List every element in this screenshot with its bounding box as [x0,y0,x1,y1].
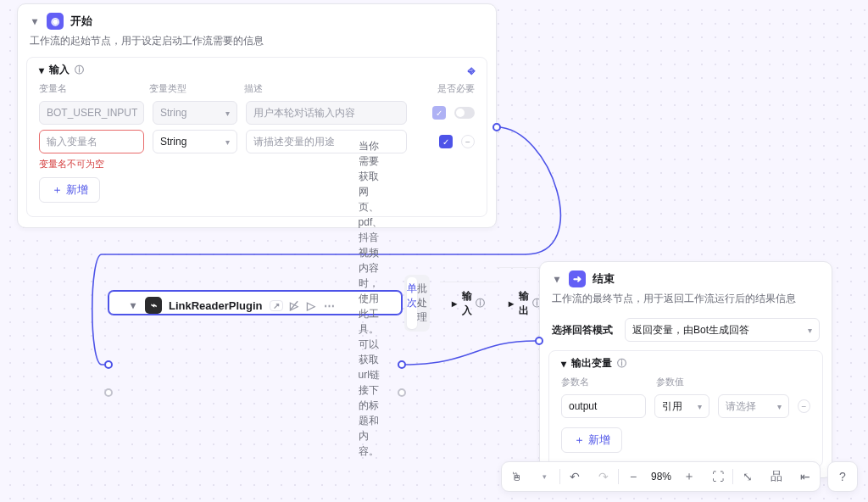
collapse-button[interactable]: ⤡ [733,461,762,492]
delete-row-button[interactable]: − [798,399,810,413]
input-port[interactable] [104,388,113,397]
plugin-node[interactable]: ▾ ⌁ LinkReaderPlugin ↗ ▷̸ ▷ ⋯ 当你需要获取网页、p… [108,291,402,315]
value-select[interactable]: 请选择▾ [718,394,789,418]
var-type-select: String▾ [153,101,237,125]
output-port[interactable] [398,388,406,397]
output-row: output 引用▾ 请选择▾ − [549,392,822,421]
undo-button[interactable]: ↶ [560,461,589,492]
error-message: 变量名不可为空 [27,156,487,170]
col-name: 变量名 [39,82,149,95]
plugin-desc: 当你需要获取网页、pdf、抖音视频内容时，使用此工具。可以获取url链接下的标题… [347,138,395,467]
chevron-down-icon[interactable]: ▾ [531,461,559,492]
end-subtitle: 工作流的最终节点，用于返回工作流运行后的结果信息 [540,291,832,315]
required-checkbox: ✓ [432,106,446,120]
link-badge-icon: ↗ [270,300,283,311]
info-icon[interactable]: ⓘ [617,357,626,370]
align-button[interactable]: ⇤ [791,461,820,492]
col-desc: 描述 [244,82,409,95]
var-desc-input: 用户本轮对话输入内容 [246,101,407,125]
input-port[interactable] [104,360,113,369]
input-port[interactable] [535,337,543,345]
zoom-out-button[interactable]: − [619,461,648,492]
required-checkbox[interactable]: ✓ [439,135,453,148]
zoom-level: 98% [648,471,675,482]
fit-view-button[interactable]: ⛶ [704,461,732,492]
start-icon: ◉ [47,13,64,30]
toggle [454,107,475,119]
tab-once[interactable]: 单次 [407,277,417,329]
mode-select[interactable]: 返回变量，由Bot生成回答▾ [625,318,820,342]
info-icon[interactable]: ⓘ [75,64,84,76]
ref-select[interactable]: 引用▾ [654,394,709,418]
start-node[interactable]: ▾ ◉ 开始 工作流的起始节点，用于设定启动工作流需要的信息 ▾ 输入 ⓘ ⎆ … [17,3,497,228]
input-section-title: 输入 [49,63,70,77]
add-row-button[interactable]: ＋ 新增 [39,177,100,203]
mode-label: 选择回答模式 [552,323,613,337]
col-param-value: 参数值 [656,376,684,388]
var-type-select[interactable]: String▾ [153,130,237,153]
layout-button[interactable]: 品 [762,461,791,492]
info-icon[interactable]: ⓘ [476,297,485,310]
collapse-icon[interactable]: ▾ [30,15,40,27]
output-port[interactable] [492,123,501,131]
start-subtitle: 工作流的起始节点，用于设定启动工作流需要的信息 [18,33,496,57]
var-name-input: BOT_USER_INPUT [39,101,144,125]
col-required: 是否必要 [437,82,475,95]
output-section-title: 输出变量 [571,356,612,371]
import-icon[interactable]: ⎆ [468,64,475,77]
end-node[interactable]: ▾ ➜ 结束 工作流的最终节点，用于返回工作流运行后的结果信息 选择回答模式 返… [539,261,832,478]
input-section[interactable]: ▸ 输入 ⓘ [440,282,497,325]
redo-button[interactable]: ↷ [589,461,618,492]
play-icon[interactable]: ▷ [307,299,315,312]
input-row-locked: BOT_USER_INPUT String▾ 用户本轮对话输入内容 ✓ [27,98,487,127]
canvas-toolbar: 🖱 ▾ ↶ ↷ − 98% ＋ ⛶ ⤡ 品 ⇤ ? [501,461,858,492]
mode-tabs: 单次 批处理 [404,275,430,332]
output-port[interactable] [398,360,406,369]
skip-icon[interactable]: ▷̸ [290,299,298,312]
collapse-icon[interactable]: ▾ [561,358,566,370]
zoom-in-button[interactable]: ＋ [675,461,704,492]
collapse-icon[interactable]: ▾ [39,64,44,76]
add-row-button[interactable]: ＋ 新增 [561,427,622,453]
mouse-mode-button[interactable]: 🖱 [502,461,531,492]
plugin-title: LinkReaderPlugin [169,299,263,312]
more-icon[interactable]: ⋯ [324,299,335,312]
tab-batch[interactable]: 批处理 [417,277,427,329]
end-title: 结束 [593,271,615,287]
plugin-icon: ⌁ [145,297,162,314]
param-name-input[interactable]: output [561,394,646,418]
var-name-input[interactable]: 输入变量名 [39,130,144,153]
help-button[interactable]: ? [828,461,857,492]
col-type: 变量类型 [149,82,244,95]
col-param-name: 参数名 [561,376,656,388]
delete-row-button[interactable]: − [461,135,475,148]
input-row-editable: 输入变量名 String▾ 请描述变量的用途 ✓ − [27,127,487,156]
collapse-icon[interactable]: ▾ [128,299,138,311]
end-icon: ➜ [569,271,586,287]
collapse-icon[interactable]: ▾ [552,273,562,285]
start-title: 开始 [70,14,92,29]
